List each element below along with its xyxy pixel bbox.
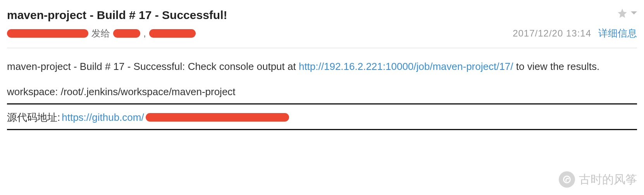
sender-recipient-row: 发给 , bbox=[7, 26, 196, 40]
email-body: maven-project - Build # 17 - Successful:… bbox=[7, 59, 637, 130]
chevron-down-icon[interactable] bbox=[631, 11, 637, 16]
detail-link[interactable]: 详细信息 bbox=[598, 26, 637, 41]
redaction-recipient-2 bbox=[149, 29, 196, 38]
workspace-path: workspace: /root/.jenkins/workspace/mave… bbox=[7, 84, 637, 99]
divider bbox=[7, 103, 637, 104]
email-actions bbox=[617, 8, 637, 19]
build-summary-suffix: to view the results. bbox=[513, 61, 600, 72]
star-icon[interactable] bbox=[617, 8, 628, 19]
divider bbox=[7, 129, 637, 130]
console-output-link[interactable]: http://192.16.2.221:10000/job/maven-proj… bbox=[299, 61, 513, 72]
source-code-label: 源代码地址: bbox=[7, 110, 60, 125]
redaction-recipient-1 bbox=[113, 29, 140, 38]
redaction-sender bbox=[7, 29, 88, 38]
email-subject: maven-project - Build # 17 - Successful! bbox=[7, 6, 227, 24]
source-code-row: 源代码地址: https://github.com/ bbox=[7, 110, 637, 125]
build-summary-text: maven-project - Build # 17 - Successful:… bbox=[7, 61, 299, 72]
redaction-source-url bbox=[146, 113, 289, 122]
email-timestamp: 2017/12/20 13:14 bbox=[513, 26, 591, 40]
recipient-separator: , bbox=[143, 26, 146, 40]
source-code-link[interactable]: https://github.com/ bbox=[62, 110, 144, 125]
sent-to-label: 发给 bbox=[91, 26, 110, 40]
build-summary-paragraph: maven-project - Build # 17 - Successful:… bbox=[7, 59, 637, 74]
